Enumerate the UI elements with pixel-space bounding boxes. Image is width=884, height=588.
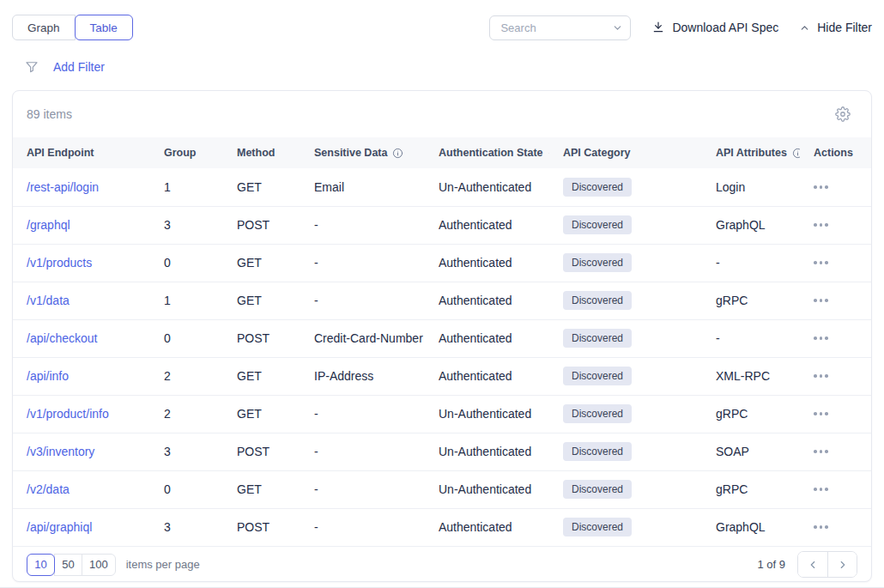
column-header-api-endpoint[interactable]: API Endpoint: [13, 137, 150, 168]
toolbar-right-group: Download API Spec Hide Filter: [489, 15, 872, 40]
endpoint-link[interactable]: /api/info: [27, 369, 69, 383]
group-cell: 0: [150, 470, 223, 508]
auth-state-cell: Authenticated: [425, 357, 549, 395]
info-icon[interactable]: [792, 148, 800, 159]
column-header-sensitive-data[interactable]: Sensitive Data: [300, 137, 425, 168]
row-actions-button[interactable]: [814, 371, 828, 381]
group-cell: 0: [150, 244, 223, 282]
endpoint-link[interactable]: /api/graphiql: [27, 520, 92, 534]
actions-cell: [800, 357, 871, 395]
method-cell: POST: [223, 433, 300, 470]
previous-page-button[interactable]: [798, 552, 827, 577]
sensitive-data-cell: Email: [300, 168, 425, 206]
graph-view-button[interactable]: Graph: [12, 15, 76, 40]
table-header-row: API Endpoint Group Method Sensitive Data…: [13, 137, 871, 168]
sensitive-data-cell: Credit-Card-Number: [300, 319, 425, 357]
chevron-right-icon: [837, 559, 849, 571]
add-filter-button[interactable]: Add Filter: [53, 60, 105, 74]
group-cell: 2: [150, 357, 223, 395]
row-actions-button[interactable]: [814, 182, 828, 192]
attributes-cell: gRPC: [702, 470, 800, 508]
method-cell: POST: [223, 206, 300, 244]
sensitive-data-cell: -: [300, 433, 425, 470]
page-size-50-button[interactable]: 50: [54, 554, 82, 576]
attributes-cell: SOAP: [702, 433, 800, 470]
next-page-button[interactable]: [827, 552, 857, 577]
table-settings-button[interactable]: [835, 106, 851, 122]
row-actions-button[interactable]: [814, 409, 828, 419]
row-actions-button[interactable]: [814, 333, 828, 343]
status-badge: Discovered: [563, 291, 632, 310]
info-icon[interactable]: [548, 148, 549, 159]
auth-state-cell: Un-Authenticated: [425, 470, 549, 508]
auth-state-cell: Un-Authenticated: [425, 168, 549, 206]
group-cell: 1: [150, 168, 223, 206]
row-actions-button[interactable]: [814, 484, 828, 494]
column-header-authentication-state[interactable]: Authentication State: [425, 137, 549, 168]
auth-state-cell: Authenticated: [425, 282, 549, 319]
actions-cell: [800, 395, 871, 433]
category-cell: Discovered: [549, 470, 702, 508]
row-actions-button[interactable]: [814, 258, 828, 268]
sensitive-data-cell: IP-Address: [300, 357, 425, 395]
sensitive-data-cell: -: [300, 282, 425, 319]
endpoint-link[interactable]: /v2/data: [27, 482, 70, 496]
actions-cell: [800, 508, 871, 546]
endpoint-link[interactable]: /graphql: [27, 218, 70, 232]
auth-state-cell: Authenticated: [425, 244, 549, 282]
column-header-group[interactable]: Group: [150, 137, 223, 168]
status-badge: Discovered: [563, 480, 632, 499]
endpoint-link[interactable]: /rest-api/login: [27, 180, 99, 194]
page-size-100-button[interactable]: 100: [82, 554, 116, 576]
status-badge: Discovered: [563, 329, 632, 348]
endpoint-link[interactable]: /v3/inventory: [27, 445, 94, 458]
page-size-group: 10 50 100 items per page: [27, 554, 200, 576]
endpoint-cell: /graphql: [13, 206, 150, 244]
top-toolbar: Graph Table Download API Spec Hide Filte…: [0, 0, 884, 40]
hide-filter-button[interactable]: Hide Filter: [799, 21, 872, 34]
pager-nav: [797, 551, 857, 578]
attributes-cell: XML-RPC: [702, 357, 800, 395]
auth-state-cell: Authenticated: [425, 508, 549, 546]
gear-icon: [835, 106, 851, 122]
chevron-up-icon: [799, 22, 810, 33]
group-cell: 3: [150, 206, 223, 244]
column-header-api-attributes[interactable]: API Attributes: [702, 137, 800, 168]
endpoint-cell: /rest-api/login: [13, 168, 150, 206]
row-actions-button[interactable]: [814, 446, 828, 457]
row-actions-button[interactable]: [814, 220, 828, 230]
filter-funnel-icon: [24, 59, 39, 75]
category-cell: Discovered: [549, 206, 702, 244]
endpoint-link[interactable]: /v1/data: [27, 294, 70, 307]
method-cell: POST: [223, 319, 300, 357]
page-size-10-button[interactable]: 10: [27, 554, 55, 576]
api-table-card: 89 items API Endpoint Group Method Sensi…: [12, 90, 872, 582]
column-header-method[interactable]: Method: [223, 137, 300, 168]
pagination-bar: 10 50 100 items per page 1 of 9: [13, 547, 871, 583]
method-cell: GET: [223, 357, 300, 395]
table-row: /graphql 3 POST - Authenticated Discover…: [13, 206, 871, 244]
row-actions-button[interactable]: [814, 522, 828, 532]
endpoint-link[interactable]: /v1/products: [27, 256, 92, 270]
attributes-cell: GraphQL: [702, 508, 800, 546]
group-cell: 3: [150, 508, 223, 546]
endpoint-cell: /v1/data: [13, 282, 150, 319]
endpoint-cell: /api/info: [13, 357, 150, 395]
category-cell: Discovered: [549, 282, 702, 319]
download-api-spec-button[interactable]: Download API Spec: [651, 21, 778, 34]
group-cell: 3: [150, 433, 223, 470]
category-cell: Discovered: [549, 395, 702, 433]
endpoint-link[interactable]: /api/checkout: [27, 331, 98, 345]
table-view-button[interactable]: Table: [75, 15, 133, 40]
row-actions-button[interactable]: [814, 295, 828, 306]
category-cell: Discovered: [549, 244, 702, 282]
endpoint-link[interactable]: /v1/product/info: [27, 407, 109, 421]
attributes-cell: -: [702, 319, 800, 357]
chevron-down-icon[interactable]: [612, 22, 623, 33]
group-cell: 0: [150, 319, 223, 357]
table-row: /v1/products 0 GET - Authenticated Disco…: [13, 244, 871, 282]
info-icon[interactable]: [392, 148, 403, 159]
search-input[interactable]: [489, 15, 631, 40]
column-header-api-category[interactable]: API Category: [549, 137, 702, 168]
actions-cell: [800, 282, 871, 319]
